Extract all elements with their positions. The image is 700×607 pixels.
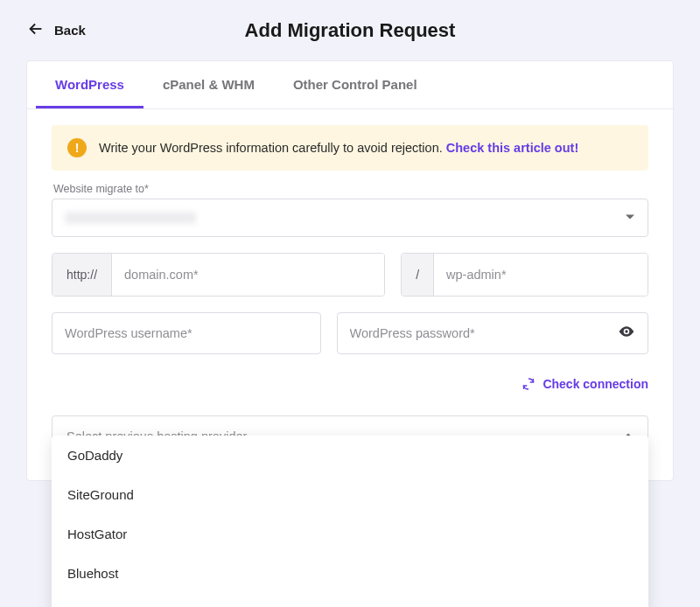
- back-label: Back: [54, 23, 86, 38]
- warning-icon: !: [67, 138, 87, 157]
- domain-input-group: http://: [52, 253, 385, 297]
- provider-dropdown: GoDaddy SiteGround HostGator Bluehost Ot…: [52, 436, 648, 607]
- tab-wordpress[interactable]: WordPress: [36, 61, 144, 108]
- back-button[interactable]: Back: [26, 19, 86, 41]
- migrate-to-select[interactable]: [52, 199, 648, 237]
- provider-option-other[interactable]: Other: [52, 593, 648, 607]
- wordpress-username-input[interactable]: [65, 313, 308, 353]
- arrow-left-icon: [26, 19, 46, 41]
- alert-text: Write your WordPress information careful…: [99, 141, 578, 155]
- migrate-to-value-obscured: [65, 212, 196, 224]
- wordpress-password-input[interactable]: [350, 313, 618, 353]
- tab-cpanel-whm[interactable]: cPanel & WHM: [144, 61, 274, 108]
- http-prefix: http://: [52, 254, 112, 296]
- refresh-icon: [522, 377, 536, 391]
- tabs: WordPress cPanel & WHM Other Control Pan…: [27, 61, 673, 109]
- eye-icon[interactable]: [618, 323, 635, 344]
- check-connection-label: Check connection: [542, 377, 648, 391]
- page-title: Add Migration Request: [245, 19, 456, 42]
- provider-option-godaddy[interactable]: GoDaddy: [52, 436, 648, 475]
- path-slash: /: [402, 254, 434, 296]
- domain-input[interactable]: [112, 254, 384, 296]
- wpadmin-input-group: /: [401, 253, 648, 297]
- chevron-down-icon: [625, 210, 635, 226]
- provider-option-siteground[interactable]: SiteGround: [52, 475, 648, 514]
- check-article-link[interactable]: Check this article out!: [446, 141, 578, 155]
- migration-form-card: WordPress cPanel & WHM Other Control Pan…: [26, 60, 674, 481]
- check-connection-button[interactable]: Check connection: [522, 377, 648, 391]
- wpadmin-path-input[interactable]: [434, 254, 648, 296]
- provider-option-bluehost[interactable]: Bluehost: [52, 554, 648, 593]
- info-alert: ! Write your WordPress information caref…: [52, 125, 648, 171]
- tab-other-control-panel[interactable]: Other Control Panel: [274, 61, 437, 108]
- migrate-to-label: Website migrate to*: [53, 183, 648, 195]
- provider-option-hostgator[interactable]: HostGator: [52, 514, 648, 554]
